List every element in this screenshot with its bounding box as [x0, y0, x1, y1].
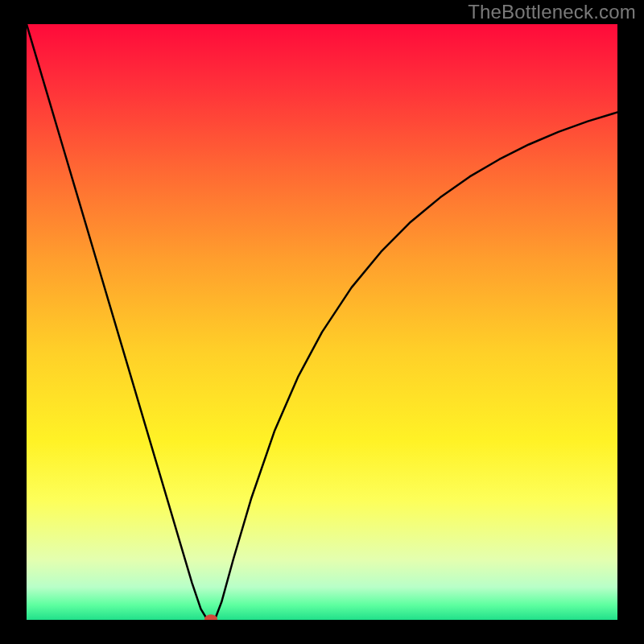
chart-frame: TheBottleneck.com	[0, 0, 644, 644]
plot-area	[27, 24, 617, 620]
bottleneck-chart	[27, 24, 617, 620]
watermark-text: TheBottleneck.com	[468, 1, 636, 23]
